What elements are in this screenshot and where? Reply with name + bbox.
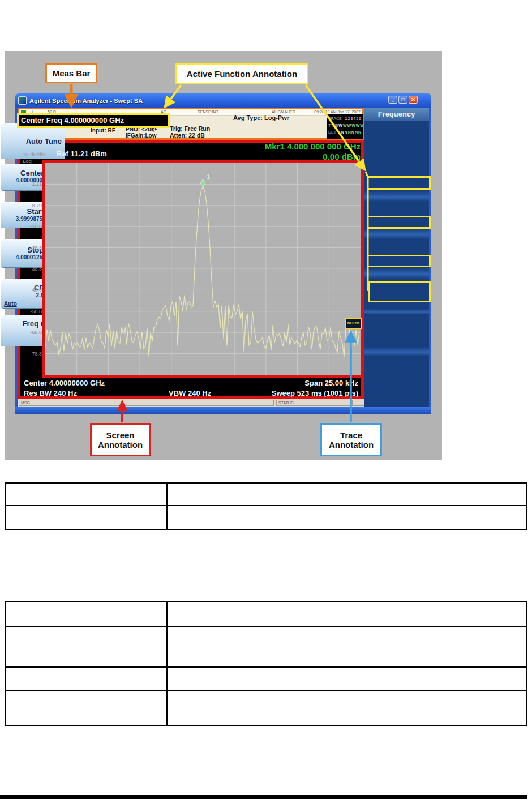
app-icon xyxy=(18,96,27,105)
trace-status-block: TRACE123456 TYPEWWWWWW DETNNNNNN xyxy=(327,114,363,139)
window-border-bottom xyxy=(15,407,431,414)
vbw-annotation: VBW 240 Hz xyxy=(169,389,211,397)
callout-meas-bar: Meas Bar xyxy=(45,63,97,83)
callout-text: Annotation xyxy=(329,440,374,450)
table-row xyxy=(6,602,526,627)
doc-table-1 xyxy=(5,482,527,530)
table-cell xyxy=(6,691,168,725)
start-freq-value-outline xyxy=(367,216,431,229)
cf-step-value-outline xyxy=(368,281,431,302)
y-axis-label: -38.8 xyxy=(22,266,42,272)
softkey-separator xyxy=(364,191,429,202)
y-axis-label: -58.8 xyxy=(22,309,42,314)
table-cell xyxy=(168,668,526,690)
trig-readout: Trig: Free Run xyxy=(170,125,210,132)
sweep-annotation: Sweep 523 ms (1001 pts) xyxy=(272,389,358,397)
atten-readout: Atten: 22 dB xyxy=(170,132,205,139)
callout-text: Active Function Annotation xyxy=(187,69,297,79)
softkey-separator xyxy=(364,309,429,315)
table-cell xyxy=(168,691,526,725)
table-cell xyxy=(168,627,526,666)
table-cell xyxy=(168,484,526,505)
det-label: DET xyxy=(328,129,336,136)
scale-per-div: 10 dB/div xyxy=(23,151,45,157)
status-datetime: 09:28:19 AM Jan 17, 2007 xyxy=(314,110,361,114)
minimize-button[interactable]: _ xyxy=(388,96,397,104)
table-cell xyxy=(6,668,168,690)
y-axis-label: -48.8 xyxy=(22,287,42,293)
y-axis-label: -78.8 xyxy=(22,351,42,357)
center-freq-annotation: Center 4.00000000 GHz xyxy=(24,379,105,387)
graticule-red-outline xyxy=(42,160,364,378)
rbw-annotation: Res BW 240 Hz xyxy=(24,389,77,397)
page-footer-rule xyxy=(0,795,527,799)
callout-active-function: Active Function Annotation xyxy=(175,63,308,84)
trace-label: TRACE xyxy=(328,115,342,122)
status-field: STATUS xyxy=(276,400,351,406)
table-cell xyxy=(6,627,168,666)
msg-field: MSG xyxy=(19,400,274,406)
y-axis-label: 1.21 xyxy=(22,181,42,187)
y-axis-label: -28.8 xyxy=(22,245,42,251)
page: Agilent Spectrum Analyzer - Swept SA _ □… xyxy=(0,0,532,800)
softkey-menu-title: Frequency xyxy=(364,108,429,121)
span-annotation: Span 25.00 kHz xyxy=(304,379,358,387)
y-axis-label: -18.8 xyxy=(22,224,42,229)
window-titlebar: Agilent Spectrum Analyzer - Swept SA _ □… xyxy=(15,93,431,108)
trace-norm-badge: NORM xyxy=(345,318,362,329)
table-cell xyxy=(168,506,526,529)
table-row xyxy=(6,484,526,506)
callout-text: Screen xyxy=(106,430,134,440)
table-row xyxy=(6,506,526,529)
callout-text: Annotation xyxy=(98,440,143,450)
scale-type: Log xyxy=(23,158,32,164)
cf-step-auto-toggle[interactable]: Auto xyxy=(4,301,17,307)
stop-freq-value-outline xyxy=(367,255,431,267)
softkey-separator xyxy=(364,346,429,357)
y-axis-label: -8.79 xyxy=(22,203,42,208)
maximize-button[interactable]: □ xyxy=(398,96,407,104)
avg-type-readout: Avg Type: Log-Pwr xyxy=(233,114,289,121)
y-axis-label: -68.8 xyxy=(22,330,42,335)
close-button[interactable]: ✕ xyxy=(409,96,418,104)
ref-level: Ref 11.21 dBm xyxy=(57,149,107,158)
softkey-separator xyxy=(364,228,429,239)
callout-text: Trace xyxy=(340,430,362,440)
active-function-outline xyxy=(17,113,170,128)
window-title: Agilent Spectrum Analyzer - Swept SA xyxy=(29,97,143,104)
trace-numbers: 123456 xyxy=(345,115,362,122)
marker-freq: Mkr1 4.000 000 000 GHz xyxy=(265,142,361,152)
input-readout: Input: RF xyxy=(91,127,115,134)
table-cell xyxy=(6,484,168,505)
callout-screen-annotation: Screen Annotation xyxy=(90,423,151,456)
table-cell xyxy=(6,506,168,529)
trace-detectors: NNNNNN xyxy=(341,129,362,136)
table-cell xyxy=(6,602,168,626)
status-align: ALIGN AUTO xyxy=(272,110,295,114)
softkey-separator xyxy=(364,268,429,279)
marker-readout: Mkr1 4.000 000 000 GHz 0.00 dBm xyxy=(265,142,361,162)
type-label: TYPE xyxy=(328,122,338,129)
callout-trace-annotation: Trace Annotation xyxy=(320,423,382,456)
doc-table-2 xyxy=(5,601,527,726)
table-cell xyxy=(168,602,526,626)
trace-types: WWWWWW xyxy=(338,122,364,129)
status-sense: SENSE:INT xyxy=(198,110,218,114)
table-row xyxy=(6,668,526,691)
table-row xyxy=(6,627,526,668)
callout-text: Meas Bar xyxy=(53,69,91,78)
table-row xyxy=(6,691,526,725)
center-freq-value-outline xyxy=(367,176,431,190)
